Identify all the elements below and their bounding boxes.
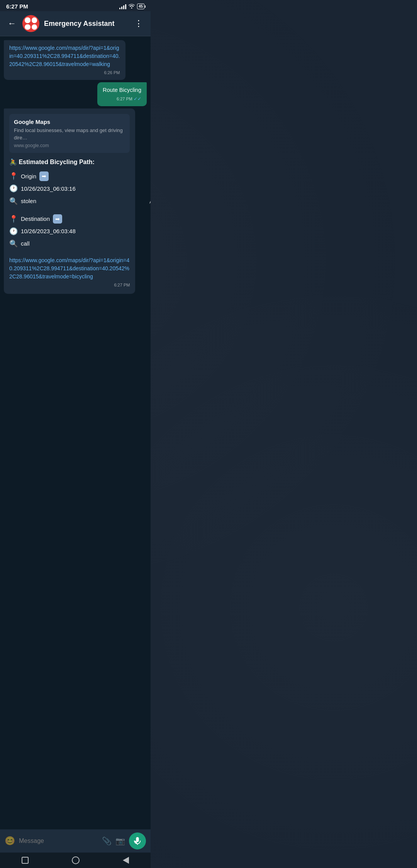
navigation-bar xyxy=(0,853,151,858)
chat-title: Emergency Assistant xyxy=(44,20,128,28)
maps-preview-card[interactable]: Google Maps Find local businesses, view … xyxy=(9,114,130,153)
message-timestamp: 6:27 PM ✓✓ xyxy=(103,96,141,102)
message-row: Google Maps Find local businesses, view … xyxy=(4,108,147,294)
more-options-button[interactable]: ⋮ xyxy=(133,17,144,30)
nav-back-button[interactable] xyxy=(123,857,129,858)
battery-icon: 45 xyxy=(137,3,144,9)
pushpin-icon: 📍 xyxy=(9,171,18,181)
origin-timestamp-row: 🕐 10/26/2023_06:03:16 xyxy=(9,183,130,193)
share-icon[interactable] xyxy=(148,196,151,205)
clock-dest-icon: 🕐 xyxy=(9,226,18,236)
destination-timestamp: 10/26/2023_06:03:48 xyxy=(21,227,76,236)
pushpin-dest-icon: 📍 xyxy=(9,214,18,224)
destination-arrow-button[interactable]: ➡ xyxy=(53,214,62,224)
message-row: Route Bicycling 6:27 PM ✓✓ xyxy=(4,82,147,106)
incoming-bubble: https://www.google.com/maps/dir/?api=1&o… xyxy=(4,40,125,80)
origin-label: Origin xyxy=(21,172,36,181)
origin-keyword: stolen xyxy=(21,197,36,205)
message-timestamp: 6:27 PM xyxy=(9,282,130,288)
magnifier-icon: 🔍 xyxy=(9,196,18,206)
nav-square-button[interactable] xyxy=(22,857,29,858)
message-timestamp: 6:26 PM xyxy=(9,70,120,76)
destination-keyword-row: 🔍 call xyxy=(9,239,130,249)
origin-keyword-row: 🔍 stolen xyxy=(9,196,130,206)
origin-arrow-button[interactable]: ➡ xyxy=(39,171,49,181)
magnifier-dest-icon: 🔍 xyxy=(9,239,18,249)
avatar xyxy=(22,15,39,32)
origin-timestamp: 10/26/2023_06:03:16 xyxy=(21,185,76,193)
destination-keyword: call xyxy=(21,239,30,248)
destination-timestamp-row: 🕐 10/26/2023_06:03:48 xyxy=(9,226,130,236)
bicycling-link[interactable]: https://www.google.com/maps/dir/?api=1&o… xyxy=(9,256,130,281)
camera-button[interactable]: 📷 xyxy=(115,836,125,846)
read-receipts: ✓✓ xyxy=(134,96,141,102)
message-row: https://www.google.com/maps/dir/?api=1&o… xyxy=(4,40,147,80)
bicycling-path-section: 🚴 Estimated Bicycling Path: 📍 Origin ➡ 🕐… xyxy=(9,158,130,281)
status-icons: 45 xyxy=(119,3,144,10)
attach-button[interactable]: 📎 xyxy=(102,836,112,846)
voice-button[interactable] xyxy=(129,832,146,849)
bicycling-bubble: Google Maps Find local businesses, view … xyxy=(4,108,135,294)
origin-label-row: 📍 Origin ➡ xyxy=(9,171,130,181)
destination-label-row: 📍 Destination ➡ xyxy=(9,214,130,224)
route-bicycling-text: Route Bicycling xyxy=(103,87,141,93)
chat-header: ← Emergency Assistant ⋮ xyxy=(0,11,151,36)
destination-label: Destination xyxy=(21,215,50,223)
maps-card-url: www.google.com xyxy=(14,142,125,149)
maps-card-description: Find local businesses, view maps and get… xyxy=(14,127,125,142)
wifi-icon xyxy=(129,3,135,10)
bicycling-section-title: 🚴 Estimated Bicycling Path: xyxy=(9,158,130,166)
walking-link[interactable]: https://www.google.com/maps/dir/?api=1&o… xyxy=(9,44,120,68)
status-bar: 6:27 PM 45 xyxy=(0,0,151,11)
outgoing-bubble: Route Bicycling 6:27 PM ✓✓ xyxy=(97,82,147,106)
share-icon-wrapper xyxy=(148,196,151,207)
back-button[interactable]: ← xyxy=(6,17,18,30)
clock-icon: 🕐 xyxy=(9,183,18,193)
emoji-button[interactable]: 😊 xyxy=(5,836,15,846)
message-input[interactable] xyxy=(19,837,98,844)
signal-icon xyxy=(119,4,126,9)
chat-area: https://www.google.com/maps/dir/?api=1&o… xyxy=(0,36,151,858)
maps-card-title: Google Maps xyxy=(14,118,125,126)
message-input-bar: 😊 📎 📷 xyxy=(0,829,151,853)
nav-home-button[interactable] xyxy=(72,856,80,858)
status-time: 6:27 PM xyxy=(6,3,28,10)
